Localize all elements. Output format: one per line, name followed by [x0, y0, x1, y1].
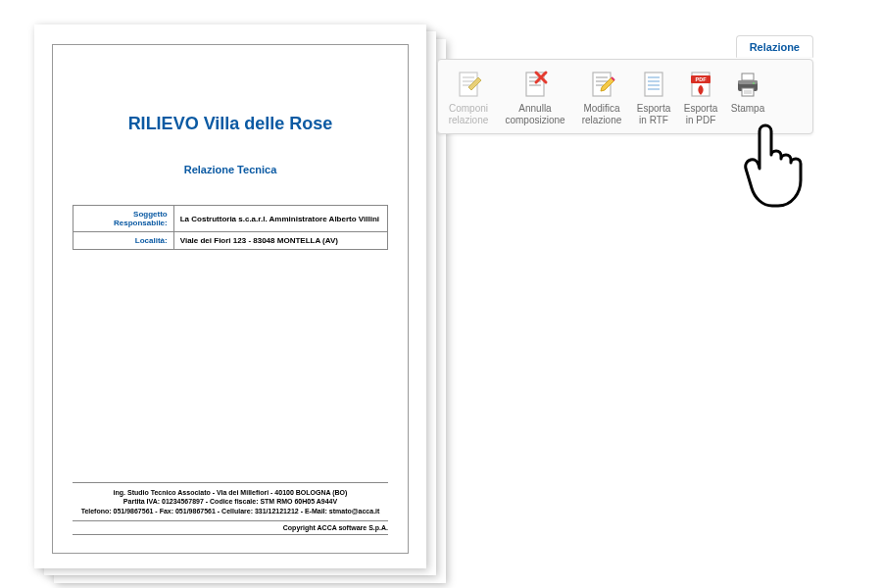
stampa-button[interactable]: Stampa [724, 68, 771, 117]
document-info-table: Soggetto Responsabile: La Costruttoria s… [73, 205, 388, 250]
footer-line-2: Partita IVA: 01234567897 - Codice fiscal… [73, 497, 388, 506]
document-page: RILIEVO Villa delle Rose Relazione Tecni… [34, 24, 426, 568]
localita-value: Viale dei Fiori 123 - 83048 MONTELLA (AV… [173, 232, 387, 250]
esporta-rtf-button[interactable]: Esporta in RTF [630, 68, 677, 127]
esporta-pdf-label: Esporta in PDF [684, 103, 717, 125]
svg-point-25 [753, 82, 755, 84]
footer-line-3: Telefono: 051/9867561 - Fax: 051/9867561… [73, 507, 388, 515]
modifica-relazione-label: Modifica relazione [582, 103, 622, 125]
edit-document-icon [586, 70, 617, 101]
table-row: Località: Viale dei Fiori 123 - 83048 MO… [74, 232, 388, 250]
svg-rect-14 [645, 73, 662, 96]
esporta-rtf-label: Esporta in RTF [637, 103, 670, 125]
annulla-composizione-label: Annulla composizione [505, 103, 564, 125]
document-subtitle: Relazione Tecnica [73, 164, 388, 175]
responsabile-label: Soggetto Responsabile: [74, 206, 174, 232]
footer-line-1: ing. Studio Tecnico Associato - Via dei … [73, 488, 388, 497]
componi-relazione-button[interactable]: Componi relazione [440, 68, 497, 127]
modifica-relazione-button[interactable]: Modifica relazione [573, 68, 630, 127]
componi-relazione-label: Componi relazione [449, 103, 489, 125]
annulla-composizione-button[interactable]: Annulla composizione [497, 68, 573, 127]
footer-copyright: Copyright ACCA software S.p.A. [73, 521, 388, 535]
ribbon-tab-relazione[interactable]: Relazione [736, 35, 813, 58]
document-title: RILIEVO Villa delle Rose [73, 114, 388, 134]
svg-rect-24 [738, 80, 758, 84]
svg-rect-26 [742, 88, 754, 96]
stampa-label: Stampa [731, 103, 764, 115]
svg-text:PDF: PDF [696, 76, 708, 82]
printer-icon [732, 70, 763, 101]
document-footer: ing. Studio Tecnico Associato - Via dei … [73, 482, 388, 535]
pdf-document-icon: PDF [685, 70, 716, 101]
cancel-document-icon [519, 70, 551, 101]
responsabile-value: La Costruttoria s.c.a.r.l. Amministrator… [173, 206, 387, 232]
svg-rect-22 [742, 74, 754, 80]
localita-label: Località: [74, 232, 174, 250]
compose-document-icon [453, 70, 484, 101]
ribbon-toolbar: Relazione Componi relazione [437, 59, 813, 134]
table-row: Soggetto Responsabile: La Costruttoria s… [74, 206, 388, 232]
rtf-document-icon [638, 70, 669, 101]
esporta-pdf-button[interactable]: PDF Esporta in PDF [677, 68, 724, 127]
